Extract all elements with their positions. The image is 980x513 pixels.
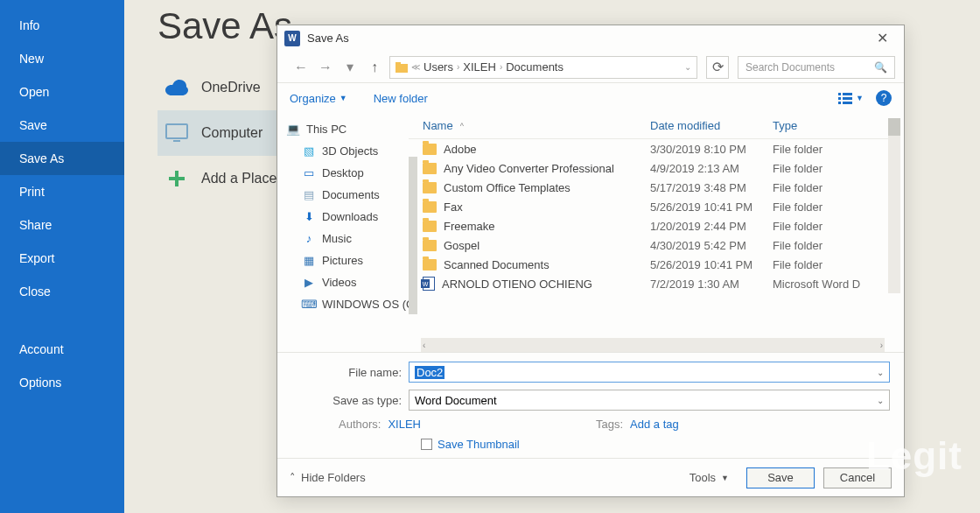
file-row[interactable]: Freemake1/20/2019 2:44 PMFile folder — [409, 216, 900, 235]
tree-node-documents[interactable]: ▤Documents — [286, 184, 405, 206]
file-row[interactable]: Custom Office Templates5/17/2019 3:48 PM… — [409, 178, 900, 197]
file-row[interactable]: Gospel4/30/2019 5:42 PMFile folder — [409, 235, 900, 255]
hide-folders-button[interactable]: ˄ Hide Folders — [290, 471, 366, 484]
save-thumbnail-checkbox[interactable] — [421, 439, 432, 450]
search-icon: 🔍 — [874, 61, 887, 74]
sidebar-item-account[interactable]: Account — [0, 333, 124, 366]
tree-node-videos[interactable]: ▶Videos — [286, 271, 405, 293]
crumb-users[interactable]: Users — [424, 60, 453, 74]
svg-rect-1 — [173, 140, 180, 142]
sidebar-item-save[interactable]: Save — [0, 109, 124, 142]
file-name: Custom Office Templates — [444, 181, 570, 194]
nav-back-icon[interactable]: ← — [291, 58, 311, 77]
refresh-icon[interactable]: ⟳ — [706, 56, 729, 79]
chevron-down-icon[interactable]: ⌄ — [684, 62, 691, 72]
sidebar-item-open[interactable]: Open — [0, 75, 124, 109]
cancel-button[interactable]: Cancel — [823, 467, 892, 488]
file-type: File folder — [773, 200, 900, 214]
help-icon[interactable]: ? — [876, 90, 892, 106]
dialog-titlebar: W Save As ✕ — [277, 25, 904, 52]
svg-rect-4 — [838, 93, 841, 95]
save-type-select[interactable]: Word Document ⌄ — [409, 390, 890, 411]
crumb-documents[interactable]: Documents — [506, 60, 564, 74]
file-date: 1/20/2019 2:44 PM — [650, 220, 773, 233]
documents-icon: ▤ — [302, 188, 316, 202]
breadcrumb[interactable]: ≪ Users › XILEH › Documents ⌄ — [389, 56, 697, 79]
svg-rect-7 — [843, 97, 852, 100]
file-name-label: File name: — [291, 366, 409, 379]
file-date: 4/9/2019 2:13 AM — [650, 162, 773, 175]
chevron-down-icon: ▼ — [856, 94, 864, 102]
save-type-value: Word Document — [415, 394, 497, 407]
folder-icon — [423, 163, 437, 174]
dialog-form: File name: Doc2 ⌄ Save as type: Word Doc… — [277, 352, 904, 458]
tags-value[interactable]: Add a tag — [630, 418, 679, 431]
plus-icon — [164, 166, 189, 191]
authors-label: Authors: — [339, 418, 381, 431]
file-name-value: Doc2 — [415, 366, 444, 379]
sidebar-item-options[interactable]: Options — [0, 366, 124, 399]
place-label: Add a Place — [201, 171, 276, 186]
pictures-icon: ▦ — [302, 254, 316, 268]
videos-icon: ▶ — [302, 276, 316, 290]
view-mode-button[interactable]: ▼ — [838, 92, 864, 104]
nav-recent-icon[interactable]: ▾ — [340, 58, 360, 77]
sidebar-item-print[interactable]: Print — [0, 175, 124, 208]
file-name: ARNOLD OTIENO OCHIENG — [442, 278, 592, 291]
file-name: Adobe — [444, 143, 477, 156]
sidebar-item-info[interactable]: Info — [0, 9, 124, 42]
sort-asc-icon: ^ — [460, 122, 464, 130]
sidebar-item-new[interactable]: New — [0, 42, 124, 75]
column-date[interactable]: Date modified — [650, 119, 773, 132]
file-row[interactable]: Any Video Converter Professional4/9/2019… — [409, 158, 900, 178]
file-name: Freemake — [444, 220, 495, 233]
file-name-input[interactable]: Doc2 ⌄ — [409, 362, 890, 383]
save-button[interactable]: Save — [746, 467, 815, 488]
search-input[interactable]: Search Documents 🔍 — [738, 56, 895, 79]
file-row[interactable]: ARNOLD OTIENO OCHIENG7/2/2019 1:30 AMMic… — [409, 274, 900, 293]
tree-node-music[interactable]: ♪Music — [286, 228, 405, 249]
tools-menu[interactable]: Tools ▼ — [690, 471, 729, 484]
tree-node-downloads[interactable]: ⬇Downloads — [286, 206, 405, 228]
sidebar-item-export[interactable]: Export — [0, 242, 124, 275]
drive-icon: ⌨ — [302, 298, 316, 312]
column-name[interactable]: Name^ — [423, 119, 650, 132]
tree-node-windows-os[interactable]: ⌨WINDOWS OS (C — [286, 293, 405, 315]
sidebar-item-close[interactable]: Close — [0, 275, 124, 308]
vertical-scrollbar[interactable] — [888, 118, 900, 293]
chevron-down-icon[interactable]: ⌄ — [877, 368, 884, 377]
svg-rect-2 — [396, 64, 408, 73]
nav-up-icon[interactable]: ↑ — [365, 58, 384, 77]
new-folder-button[interactable]: New folder — [374, 92, 428, 105]
file-name: Scanned Documents — [444, 258, 550, 271]
chevron-down-icon[interactable]: ⌄ — [877, 396, 884, 405]
tree-node-desktop[interactable]: ▭Desktop — [286, 162, 405, 184]
tree-node-pictures[interactable]: ▦Pictures — [286, 249, 405, 271]
chevron-right-icon: › — [500, 62, 502, 72]
sidebar-item-share[interactable]: Share — [0, 208, 124, 242]
downloads-icon: ⬇ — [302, 210, 316, 224]
tree-node-3d-objects[interactable]: ▧3D Objects — [286, 140, 405, 162]
file-date: 5/26/2019 10:41 PM — [650, 258, 773, 271]
horizontal-scrollbar[interactable]: ‹› — [421, 338, 885, 352]
scrollbar-thumb[interactable] — [888, 118, 900, 136]
close-icon[interactable]: ✕ — [868, 26, 897, 50]
organize-menu[interactable]: Organize▼ — [290, 92, 347, 105]
address-bar: ← → ▾ ↑ ≪ Users › XILEH › Documents ⌄ ⟳ … — [277, 52, 904, 83]
file-row[interactable]: Adobe3/30/2019 8:10 PMFile folder — [409, 139, 900, 158]
file-date: 4/30/2019 5:42 PM — [650, 239, 773, 252]
tree-node-this-pc[interactable]: 💻This PC — [286, 118, 405, 140]
word-app-icon: W — [284, 31, 300, 46]
file-row[interactable]: Fax5/26/2019 10:41 PMFile folder — [409, 197, 900, 216]
dialog-toolbar: Organize▼ New folder ▼ ? — [277, 83, 904, 113]
file-name: Gospel — [444, 239, 480, 252]
authors-value[interactable]: XILEH — [388, 418, 421, 431]
nav-forward-icon[interactable]: → — [316, 58, 335, 77]
sidebar-item-save-as[interactable]: Save As — [0, 142, 124, 175]
crumb-xileh[interactable]: XILEH — [463, 60, 496, 74]
column-headers: Name^ Date modified Type — [409, 113, 900, 139]
column-type[interactable]: Type — [773, 119, 900, 132]
chevron-down-icon: ▼ — [340, 94, 347, 102]
tags-label: Tags: — [596, 418, 623, 431]
file-row[interactable]: Scanned Documents5/26/2019 10:41 PMFile … — [409, 255, 900, 274]
